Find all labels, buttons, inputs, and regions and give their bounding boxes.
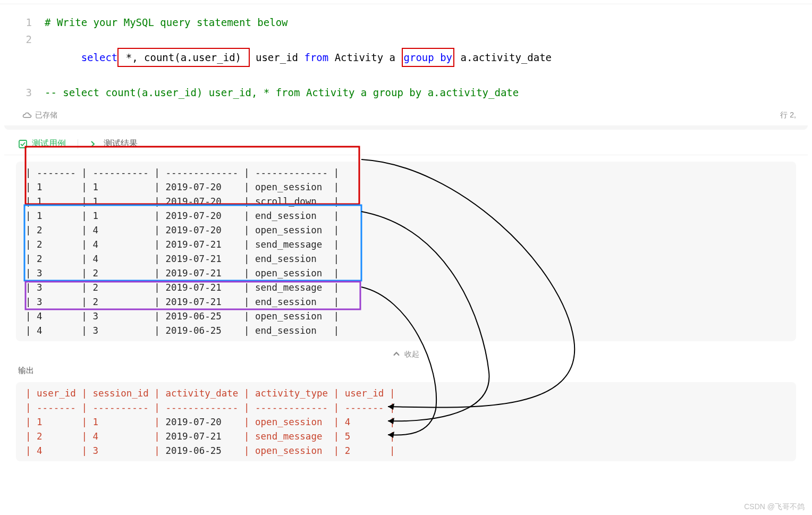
svg-rect-0	[19, 140, 27, 148]
line-number: 1	[13, 14, 45, 31]
code-line-1[interactable]: 1 # Write your MySQL query statement bel…	[4, 14, 808, 31]
terminal-icon	[90, 139, 99, 149]
cloud-icon	[22, 112, 32, 119]
collapse-button[interactable]: 收起	[4, 348, 808, 360]
test-input-block[interactable]: | ------- | ---------- | ------------- |…	[16, 162, 796, 341]
kw-select: select	[81, 52, 118, 63]
collapse-label: 收起	[404, 350, 419, 358]
line-number: 3	[13, 84, 45, 101]
query-output-block[interactable]: | user_id | session_id | activity_date |…	[16, 382, 796, 461]
separator	[78, 139, 78, 149]
kw-from: from	[304, 52, 328, 63]
code-content: select *, count(a.user_id) user_id from …	[45, 31, 552, 84]
code-content: -- select count(a.user_id) user_id, * fr…	[45, 84, 519, 101]
output-section-label: 输出	[4, 360, 808, 376]
code-content: # Write your MySQL query statement below	[45, 14, 288, 31]
tabs-row: 测试用例 测试结果	[4, 135, 808, 155]
line-col-indicator: 行 2,	[780, 111, 796, 120]
chevron-up-icon	[393, 350, 400, 358]
tab-label: 测试用例	[32, 138, 66, 149]
annotation-red-box: group by	[402, 48, 455, 67]
editor-status-bar: 已存储 行 2,	[4, 101, 808, 125]
results-panel: 测试用例 测试结果 | ------- | ---------- | -----…	[4, 130, 808, 461]
sql-editor-panel: 1 # Write your MySQL query statement bel…	[4, 4, 808, 130]
saved-label: 已存储	[35, 111, 57, 120]
tab-label: 测试结果	[104, 138, 138, 149]
watermark: CSDN @飞哥不鸽	[744, 502, 805, 512]
code-line-2[interactable]: 2 select *, count(a.user_id) user_id fro…	[4, 31, 808, 84]
checkbox-icon	[18, 139, 28, 149]
tab-test-cases[interactable]: 测试用例	[18, 138, 66, 149]
kw-groupby: group by	[404, 52, 453, 63]
window-top-strip	[0, 0, 812, 4]
annotation-red-box: *, count(a.user_id)	[117, 48, 249, 67]
line-number: 2	[13, 31, 45, 48]
tab-test-results[interactable]: 测试结果	[90, 138, 138, 149]
code-line-3[interactable]: 3 -- select count(a.user_id) user_id, * …	[4, 84, 808, 101]
